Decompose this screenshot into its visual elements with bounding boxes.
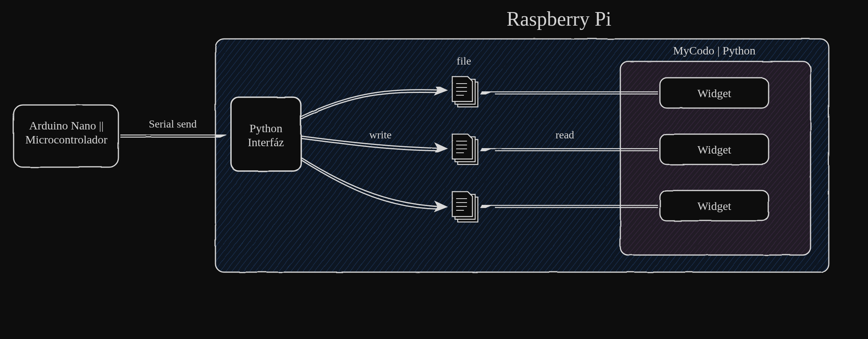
file-heading: file <box>444 54 483 68</box>
widget-label-2: Widget <box>660 143 769 157</box>
python-label: Python Interfáz <box>233 121 299 149</box>
mycodo-label: MyCodo | Python <box>637 44 792 58</box>
arrow-serial-send <box>120 135 224 137</box>
widget-label-3: Widget <box>660 199 769 213</box>
arduino-label: Arduino Nano || Microcontrolador <box>17 119 115 147</box>
serial-send-label: Serial send <box>138 117 208 131</box>
write-label: write <box>357 128 404 142</box>
widget-label-1: Widget <box>660 86 769 100</box>
read-label: read <box>542 128 588 142</box>
title-raspberry-pi: Raspberry Pi <box>462 7 656 31</box>
file-icon-1 <box>452 77 478 107</box>
file-icon-3 <box>452 192 478 222</box>
file-icon-2 <box>452 134 478 164</box>
